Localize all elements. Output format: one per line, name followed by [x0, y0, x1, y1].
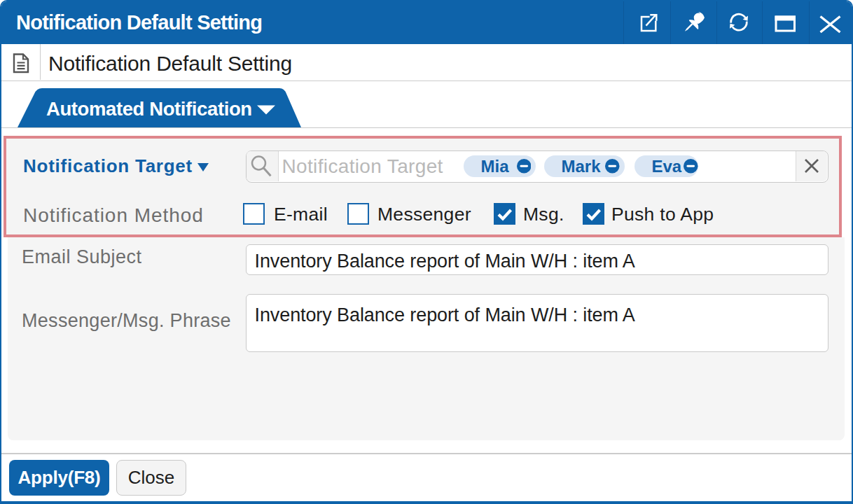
svg-text:Automated Notification: Automated Notification: [46, 98, 252, 120]
